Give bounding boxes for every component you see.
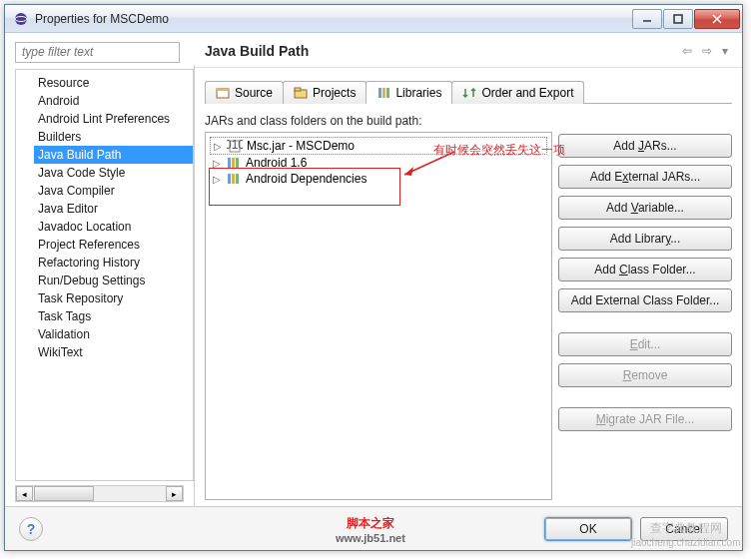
svg-rect-18	[228, 174, 231, 184]
sidebar-item-java-code-style[interactable]: Java Code Style	[34, 164, 193, 182]
titlebar[interactable]: Properties for MSCDemo	[5, 5, 742, 33]
annotation-arrow-icon	[399, 150, 459, 180]
help-button[interactable]: ?	[19, 517, 43, 541]
sidebar-item-java-build-path[interactable]: Java Build Path	[34, 146, 193, 164]
svg-rect-3	[674, 15, 682, 23]
maximize-button[interactable]	[663, 9, 693, 29]
properties-dialog: Properties for MSCDemo Java Build Path ⇦…	[4, 4, 743, 551]
libraries-subtitle: JARs and class folders on the build path…	[205, 114, 732, 128]
ok-button[interactable]: OK	[544, 517, 632, 541]
sidebar-item-builders[interactable]: Builders	[34, 128, 193, 146]
library-entry[interactable]: ▷Android Dependencies	[210, 171, 547, 187]
expand-icon[interactable]: ▷	[212, 174, 222, 185]
window-title: Properties for MSCDemo	[35, 12, 631, 26]
expand-icon[interactable]: ▷	[213, 141, 223, 152]
svg-rect-16	[232, 158, 235, 168]
expand-icon[interactable]: ▷	[212, 158, 222, 169]
sidebar: ResourceAndroidAndroid Lint PreferencesB…	[5, 65, 195, 506]
library-entry-label: Android 1.6	[246, 156, 307, 170]
add-external-jars-button[interactable]: Add External JARs...	[558, 165, 732, 189]
svg-marker-22	[404, 167, 413, 176]
sidebar-item-validation[interactable]: Validation	[34, 325, 193, 343]
lib-icon	[226, 156, 242, 170]
svg-rect-19	[232, 174, 235, 184]
source-icon	[216, 87, 230, 99]
add-class-folder-button[interactable]: Add Class Folder...	[558, 258, 732, 281]
lib-icon	[226, 172, 242, 186]
tab-libraries[interactable]: Libraries	[366, 81, 452, 104]
library-entry-label: Msc.jar - MSCDemo	[247, 139, 355, 153]
tab-source[interactable]: Source	[205, 81, 284, 104]
close-button[interactable]	[694, 9, 740, 29]
sidebar-item-task-tags[interactable]: Task Tags	[34, 307, 193, 325]
minimize-button[interactable]	[632, 9, 662, 29]
tab-projects[interactable]: Projects	[283, 81, 367, 104]
libraries-tree[interactable]: ▷010Msc.jar - MSCDemo▷Android 1.6▷Androi…	[205, 132, 552, 500]
sidebar-item-task-repository[interactable]: Task Repository	[34, 289, 193, 307]
edit-button: Edit...	[558, 332, 732, 356]
sidebar-item-project-references[interactable]: Project References	[34, 236, 193, 254]
libraries-icon	[376, 87, 390, 99]
tab-order-and-export[interactable]: Order and Export	[451, 81, 584, 104]
svg-rect-12	[386, 88, 389, 98]
svg-rect-15	[228, 158, 231, 168]
projects-icon	[294, 87, 308, 99]
sidebar-item-android[interactable]: Android	[34, 92, 193, 110]
horizontal-scrollbar[interactable]: ◂▸	[15, 485, 184, 502]
svg-rect-7	[217, 89, 229, 91]
sidebar-item-java-compiler[interactable]: Java Compiler	[34, 182, 193, 200]
sidebar-item-run-debug-settings[interactable]: Run/Debug Settings	[34, 272, 193, 289]
migrate-jar-button: Migrate JAR File...	[558, 407, 732, 431]
sidebar-item-javadoc-location[interactable]: Javadoc Location	[34, 218, 193, 236]
add-variable-button[interactable]: Add Variable...	[558, 196, 732, 220]
svg-text:010: 010	[227, 139, 243, 152]
library-entry-label: Android Dependencies	[246, 172, 367, 186]
add-external-class-folder-button[interactable]: Add External Class Folder...	[558, 288, 732, 312]
filter-input[interactable]	[15, 42, 180, 63]
svg-rect-17	[236, 158, 239, 168]
watermark: 查字典教程网jiaocheng.chazidian.com	[631, 519, 741, 548]
back-icon[interactable]: ⇦	[678, 42, 696, 60]
order-icon	[462, 87, 476, 99]
svg-rect-11	[382, 88, 385, 98]
add-jars-button[interactable]: Add JARs...	[558, 134, 732, 158]
menu-dropdown-icon[interactable]: ▾	[718, 42, 732, 60]
watermark: 脚本之家www.jb51.net	[336, 513, 405, 544]
sidebar-item-resource[interactable]: Resource	[34, 74, 193, 92]
page-title: Java Build Path	[205, 43, 678, 59]
forward-icon[interactable]: ⇨	[698, 42, 716, 60]
sidebar-item-wikitext[interactable]: WikiText	[34, 343, 193, 361]
svg-point-0	[15, 13, 27, 25]
eclipse-icon	[13, 11, 29, 27]
svg-rect-20	[236, 174, 239, 184]
svg-rect-9	[295, 88, 301, 91]
add-library-button[interactable]: Add Library...	[558, 227, 732, 251]
jar-icon: 010	[227, 139, 243, 153]
remove-button: Remove	[558, 363, 732, 387]
sidebar-item-refactoring-history[interactable]: Refactoring History	[34, 254, 193, 272]
svg-rect-10	[378, 88, 381, 98]
sidebar-item-java-editor[interactable]: Java Editor	[34, 200, 193, 218]
sidebar-item-android-lint-preferences[interactable]: Android Lint Preferences	[34, 110, 193, 128]
